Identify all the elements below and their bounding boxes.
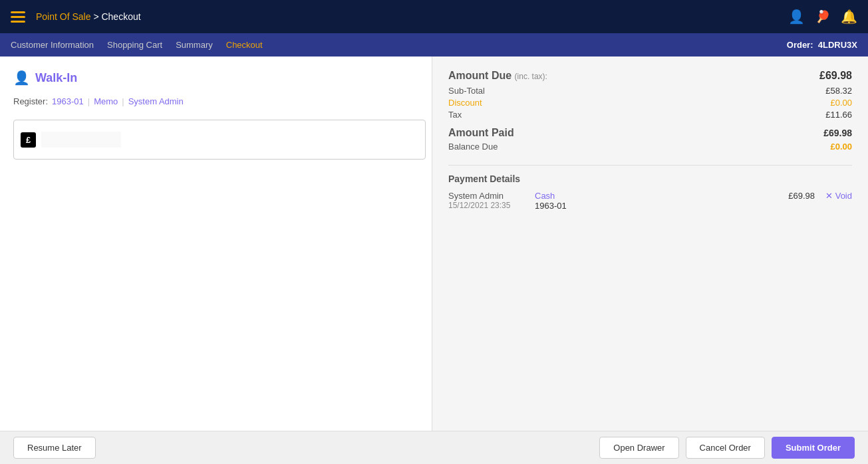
pd-register: 1963-01 [535, 201, 601, 211]
breadcrumb-page: Checkout [101, 11, 140, 22]
user-icon[interactable]: 👤 [788, 9, 805, 25]
pd-user: System Admin [448, 191, 535, 201]
register-id[interactable]: 1963-01 [52, 96, 84, 106]
pd-method: Cash [535, 191, 601, 201]
payment-detail-entry: System Admin 15/12/2021 23:35 Cash 1963-… [448, 191, 852, 211]
subtotal-row: Sub-Total £58.32 [448, 86, 852, 96]
open-drawer-button[interactable]: Open Drawer [599, 437, 678, 459]
discount-value: £0.00 [830, 98, 852, 108]
subtotal-value: £58.32 [825, 86, 852, 96]
pd-amount: £69.98 [762, 191, 815, 201]
top-nav: Point Of Sale > Checkout 👤 🏓 🔔 [0, 0, 868, 33]
amount-paid-row: Amount Paid £69.98 [448, 127, 852, 139]
order-info: Order: 4LDRU3X [787, 40, 857, 50]
admin-link[interactable]: System Admin [128, 96, 184, 106]
balance-due-value: £0.00 [830, 142, 852, 152]
subtotal-label: Sub-Total [448, 86, 485, 96]
discount-row: Discount £0.00 [448, 98, 852, 108]
customer-name: Walk-In [35, 71, 77, 85]
bell-icon[interactable]: 🔔 [841, 9, 857, 25]
order-id: 4LDRU3X [818, 40, 857, 50]
nav-link-shopping-cart[interactable]: Shopping Cart [107, 40, 162, 50]
amount-due-row: Amount Due (inc. tax): £69.98 [448, 70, 852, 82]
payment-details-title: Payment Details [448, 174, 852, 184]
balance-due-label: Balance Due [448, 142, 498, 152]
bottom-right-btns: Open Drawer Cancel Order Submit Order [599, 437, 855, 459]
amount-due-label: Amount Due (inc. tax): [448, 70, 547, 82]
amount-due-value: £69.98 [819, 70, 852, 82]
tax-value: £11.66 [825, 110, 852, 120]
tax-row: Tax £11.66 [448, 110, 852, 120]
pd-date: 15/12/2021 23:35 [448, 201, 535, 210]
balance-row: Balance Due £0.00 [448, 142, 852, 152]
amount-input[interactable] [41, 132, 121, 148]
resume-later-button[interactable]: Resume Later [13, 437, 96, 459]
breadcrumb-pos[interactable]: Point Of Sale [36, 11, 91, 22]
currency-label: £ [21, 132, 36, 148]
tax-label: Tax [448, 110, 462, 120]
discount-label: Discount [448, 98, 482, 108]
memo-link[interactable]: Memo [94, 96, 118, 106]
register-info: Register: 1963-01 | Memo | System Admin [13, 96, 418, 106]
cancel-order-button[interactable]: Cancel Order [686, 437, 765, 459]
submit-order-button[interactable]: Submit Order [772, 437, 855, 459]
chart-icon[interactable]: 🏓 [815, 9, 830, 24]
second-nav: Customer Information Shopping Cart Summa… [0, 33, 868, 57]
left-panel: 👤 Walk-In Register: 1963-01 | Memo | Sys… [0, 57, 432, 431]
divider-line [448, 165, 852, 166]
main-content: 👤 Walk-In Register: 1963-01 | Memo | Sys… [0, 57, 868, 431]
right-panel: Amount Due (inc. tax): £69.98 Sub-Total … [432, 57, 868, 431]
nav-link-summary[interactable]: Summary [176, 40, 213, 50]
hamburger-menu[interactable] [11, 11, 25, 23]
top-nav-left: Point Of Sale > Checkout [11, 11, 141, 23]
void-button[interactable]: ✕ Void [825, 191, 852, 201]
customer-header: 👤 Walk-In [13, 70, 418, 86]
nav-links: Customer Information Shopping Cart Summa… [11, 40, 263, 50]
customer-icon: 👤 [13, 70, 30, 86]
breadcrumb: Point Of Sale > Checkout [36, 11, 141, 22]
pd-user-date: System Admin 15/12/2021 23:35 [448, 191, 535, 210]
bottom-bar: Resume Later Open Drawer Cancel Order Su… [0, 431, 868, 464]
breadcrumb-sep: > [91, 11, 102, 22]
nav-link-customer-information[interactable]: Customer Information [11, 40, 94, 50]
inc-tax-label: (inc. tax): [515, 72, 547, 81]
register-label: Register: [13, 96, 48, 106]
top-nav-right: 👤 🏓 🔔 [788, 9, 857, 25]
payment-input-box: £ [13, 120, 426, 160]
pd-method-register: Cash 1963-01 [535, 191, 601, 211]
nav-link-checkout[interactable]: Checkout [226, 40, 263, 50]
amount-paid-label: Amount Paid [448, 127, 514, 139]
amount-paid-value: £69.98 [823, 128, 852, 138]
